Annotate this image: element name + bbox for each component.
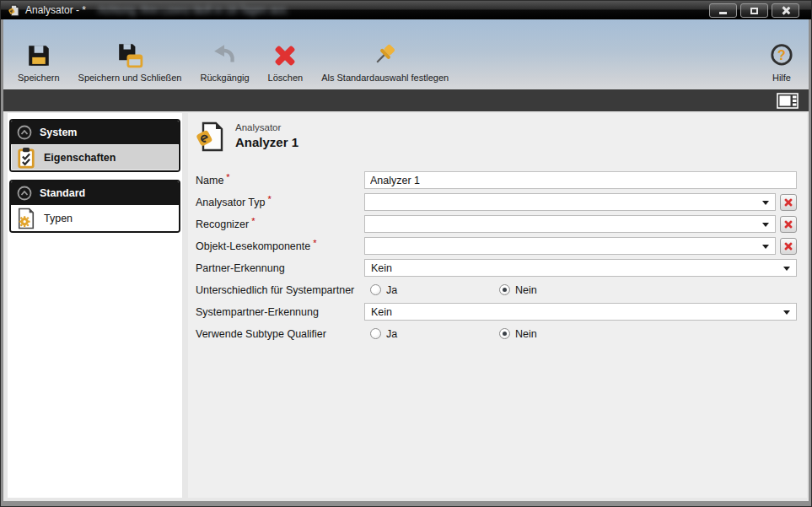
layout-icon bbox=[777, 93, 799, 109]
radio-selected-icon bbox=[499, 284, 510, 295]
minimize-button[interactable] bbox=[709, 3, 737, 18]
field-label: Recognizer* bbox=[196, 218, 364, 230]
recognizer-clear-button[interactable] bbox=[780, 216, 797, 233]
collapse-chevron-icon bbox=[17, 125, 32, 140]
required-asterisk: * bbox=[267, 194, 271, 204]
nav-group-system-header[interactable]: System bbox=[11, 121, 179, 144]
save-and-close-label: Speichern und Schließen bbox=[78, 73, 182, 83]
content-area: System Eigenschaften bbox=[3, 111, 809, 501]
save-label: Speichern bbox=[18, 73, 60, 83]
objekt-lesekomponente-combobox[interactable] bbox=[364, 237, 776, 255]
radio-label: Nein bbox=[515, 284, 537, 296]
object-header: Analysator Analyzer 1 bbox=[196, 121, 797, 153]
sidebar-item-typen[interactable]: Typen bbox=[11, 205, 179, 231]
partner-erkennung-combobox[interactable]: Kein bbox=[364, 259, 797, 277]
main-panel: Analysator Analyzer 1 Name* Analysat bbox=[188, 113, 807, 498]
window-title: Analysator - * bbox=[25, 4, 86, 16]
combobox-value: Kein bbox=[371, 262, 392, 274]
field-label: Unterschiedlich für Systempartner bbox=[196, 284, 364, 296]
field-label: Analysator Typ* bbox=[196, 197, 364, 208]
analysator-document-icon bbox=[196, 121, 224, 153]
radio-icon bbox=[370, 328, 381, 339]
collapse-chevron-icon bbox=[17, 186, 32, 201]
layout-toggle-button[interactable] bbox=[775, 91, 800, 110]
radio-label: Ja bbox=[386, 328, 397, 340]
form-row-verwende-subtype-qualifier: Verwende Subtype Qualifier Ja Nein bbox=[196, 325, 797, 342]
object-type-label: Analysator bbox=[235, 122, 298, 132]
required-asterisk: * bbox=[313, 238, 316, 248]
name-input[interactable] bbox=[364, 171, 797, 189]
form-row-systempartner-erkennung: Systempartner-Erkennung Kein bbox=[196, 303, 797, 321]
chevron-down-icon bbox=[762, 245, 769, 249]
chevron-down-icon bbox=[783, 267, 790, 271]
systempartner-erkennung-combobox[interactable]: Kein bbox=[364, 303, 797, 321]
chevron-down-icon bbox=[783, 310, 790, 315]
radio-label: Nein bbox=[515, 328, 537, 340]
form-row-recognizer: Recognizer* bbox=[196, 215, 797, 233]
undo-icon bbox=[212, 42, 238, 69]
set-default-label: Als Standardauswahl festlegen bbox=[321, 73, 449, 83]
analysator-typ-clear-button[interactable] bbox=[780, 194, 797, 211]
radio-option-ja[interactable]: Ja bbox=[364, 284, 495, 296]
radio-option-nein[interactable]: Nein bbox=[499, 284, 537, 296]
objekt-lesekomponente-clear-button[interactable] bbox=[780, 238, 797, 255]
delete-button[interactable]: Löschen bbox=[259, 25, 313, 89]
nav-group-standard-title: Standard bbox=[40, 187, 85, 199]
license-note-blurred: Achtung, Ihre Lizenz läuft in 18 Tagen a… bbox=[98, 4, 289, 16]
view-bar bbox=[3, 89, 809, 111]
analysator-typ-combobox[interactable] bbox=[364, 193, 776, 211]
save-and-close-button[interactable]: Speichern und Schließen bbox=[69, 25, 191, 89]
document-gear-icon bbox=[17, 208, 35, 229]
field-label: Systempartner-Erkennung bbox=[196, 306, 364, 318]
clipboard-check-icon bbox=[17, 147, 35, 169]
close-icon bbox=[781, 6, 790, 15]
field-label: Objekt-Lesekomponente* bbox=[196, 240, 364, 252]
help-icon: ? bbox=[768, 42, 795, 69]
set-default-button[interactable]: Als Standardauswahl festlegen bbox=[312, 25, 458, 89]
sidebar: System Eigenschaften bbox=[8, 113, 182, 498]
field-label: Name* bbox=[196, 175, 364, 186]
delete-label: Löschen bbox=[268, 73, 304, 83]
radio-option-ja[interactable]: Ja bbox=[364, 328, 495, 340]
app-icon bbox=[8, 4, 20, 17]
object-name: Analyzer 1 bbox=[235, 135, 298, 149]
radio-icon bbox=[370, 284, 381, 295]
nav-group-standard: Standard bbox=[9, 180, 180, 233]
minimize-icon bbox=[719, 12, 727, 14]
field-label: Partner-Erkennung bbox=[196, 262, 364, 274]
sidebar-item-label: Typen bbox=[44, 213, 73, 224]
app-body: Speichern Speichern und Schließen bbox=[3, 19, 809, 501]
properties-form: Name* Analysator Typ* bbox=[196, 171, 797, 342]
svg-text:?: ? bbox=[777, 48, 786, 62]
required-asterisk: * bbox=[226, 172, 229, 182]
titlebar: Analysator - * Achtung, Ihre Lizenz läuf… bbox=[1, 1, 811, 19]
undo-button[interactable]: Rückgängig bbox=[191, 25, 258, 89]
form-row-partner-erkennung: Partner-Erkennung Kein bbox=[196, 259, 797, 277]
nav-group-system-title: System bbox=[40, 127, 77, 138]
radio-option-nein[interactable]: Nein bbox=[499, 328, 537, 340]
delete-icon bbox=[272, 42, 298, 69]
pin-icon bbox=[372, 42, 399, 69]
maximize-icon bbox=[750, 8, 758, 14]
clear-x-icon bbox=[783, 219, 793, 229]
radio-label: Ja bbox=[386, 284, 397, 296]
form-row-name: Name* bbox=[196, 171, 797, 189]
field-label: Verwende Subtype Qualifier bbox=[196, 328, 364, 340]
help-label: Hilfe bbox=[772, 73, 791, 83]
window-controls bbox=[709, 3, 806, 18]
chevron-down-icon bbox=[762, 223, 769, 227]
save-button[interactable]: Speichern bbox=[8, 25, 69, 89]
sidebar-item-eigenschaften[interactable]: Eigenschaften bbox=[11, 144, 179, 170]
nav-group-standard-header[interactable]: Standard bbox=[11, 181, 179, 205]
undo-label: Rückgängig bbox=[200, 73, 249, 83]
form-row-unterschiedlich-systempartner: Unterschiedlich für Systempartner Ja Nei… bbox=[196, 281, 797, 299]
help-button[interactable]: ? Hilfe bbox=[763, 25, 800, 89]
form-row-objekt-lesekomponente: Objekt-Lesekomponente* bbox=[196, 237, 797, 255]
close-button[interactable] bbox=[772, 3, 799, 18]
nav-group-system: System Eigenschaften bbox=[9, 119, 180, 172]
recognizer-combobox[interactable] bbox=[364, 215, 776, 233]
maximize-button[interactable] bbox=[740, 3, 768, 18]
sidebar-item-label: Eigenschaften bbox=[44, 152, 116, 164]
form-row-analysator-typ: Analysator Typ* bbox=[196, 193, 797, 211]
toolbar: Speichern Speichern und Schließen bbox=[3, 19, 809, 89]
